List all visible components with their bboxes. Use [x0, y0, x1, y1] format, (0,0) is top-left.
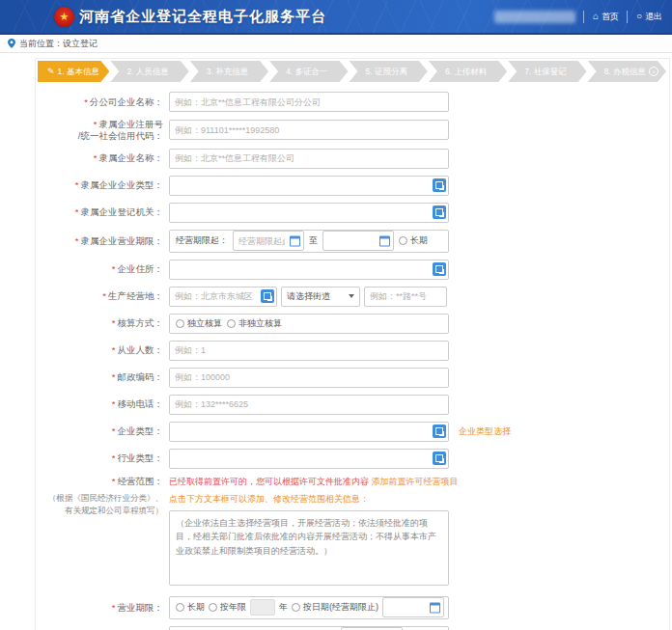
calendar-icon[interactable]	[430, 602, 440, 613]
years-input[interactable]	[250, 599, 275, 616]
business-place-label: 生产经营地：	[108, 290, 163, 301]
step-tab-6-upload-materials[interactable]: 6. 上传材料	[429, 61, 507, 82]
accounting-label: 核算方式：	[118, 317, 164, 328]
business-term-label: 营业期限：	[118, 602, 164, 613]
field-industry-type: *行业类型：	[42, 449, 663, 469]
step-tab-1-basic-info[interactable]: ✎1. 基本信息	[38, 61, 109, 82]
field-employees: *从业人数：	[42, 341, 663, 361]
employees-input[interactable]	[169, 341, 449, 361]
field-parent-authority: *隶属企业登记机关：	[42, 203, 663, 223]
radio-circle-icon	[176, 603, 184, 612]
step-nav: ✎1. 基本信息 2. 人员信息 3. 补充信息 4. 多证合一 5. 证照分离…	[38, 61, 667, 82]
step-tab-5-cert-separation[interactable]: 5. 证照分离	[350, 61, 428, 82]
picker-dialog-icon[interactable]	[433, 178, 446, 192]
home-link[interactable]: ⌂首页	[583, 11, 619, 23]
logout-link-label: 退出	[645, 11, 662, 23]
radio-parent-term-long[interactable]: 长期	[399, 234, 428, 247]
industry-type-input[interactable]	[169, 449, 449, 469]
picker-dialog-icon[interactable]	[433, 205, 446, 219]
street-select[interactable]: 请选择街道	[281, 287, 360, 307]
basic-info-form: *分公司企业名称： *隶属企业注册号/统一社会信用代码： *隶属企业名称： *隶…	[38, 92, 667, 630]
breadcrumb-label: 当前位置：设立登记	[19, 38, 98, 50]
step-tab-2-personnel-info[interactable]: 2. 人员信息	[110, 61, 188, 82]
radio-term-long[interactable]: 长期	[176, 601, 205, 614]
home-link-label: 首页	[602, 11, 619, 23]
business-term-group: 长期 按年限 年 按日期(经营期限止)	[169, 596, 449, 619]
radio-term-by-date[interactable]: 按日期(经营期限止)	[292, 601, 378, 614]
field-address: *企业住所：	[42, 260, 663, 280]
address-input[interactable]	[169, 260, 449, 280]
business-scope-textarea[interactable]: （企业依法自主选择经营项目，开展经营活动；依法须经批准的项目，经相关部门批准后依…	[169, 510, 449, 586]
mobile-label: 移动电话：	[118, 398, 164, 409]
field-business-scope: *经营范围： （根据《国民经济行业分类》、有关规定和公司章程填写） 已经取得前置…	[42, 476, 663, 589]
field-business-place: *生产经营地： 请选择街道	[42, 287, 663, 307]
paper-license-group: 是 否 * 申请执照副本数量（个）：	[169, 626, 449, 630]
radio-non-independent-accounting[interactable]: 非独立核算	[227, 317, 282, 330]
picker-dialog-icon[interactable]	[433, 425, 446, 438]
home-icon: ⌂	[593, 12, 599, 21]
company-type-select-link[interactable]: 企业类型选择	[459, 425, 511, 438]
radio-circle-icon	[399, 236, 407, 245]
mobile-input[interactable]	[169, 395, 449, 415]
parent-name-input[interactable]	[169, 149, 449, 169]
step-tab-7-social-security[interactable]: 7. 社保登记	[508, 61, 586, 82]
branch-name-input[interactable]	[169, 92, 449, 112]
parent-code-label-line2: /统一社会信用代码：	[78, 130, 163, 141]
picker-dialog-icon[interactable]	[433, 452, 446, 465]
breadcrumb: 当前位置：设立登记	[0, 35, 672, 53]
parent-type-label: 隶属企业企业类型：	[81, 179, 164, 190]
postcode-input[interactable]	[169, 368, 449, 388]
field-company-type: *企业类型： 企业类型选择	[42, 422, 663, 442]
company-type-label: 企业类型：	[118, 425, 164, 436]
company-type-input[interactable]	[169, 422, 449, 442]
accounting-group: 独立核算 非独立核算	[169, 314, 449, 334]
user-name-redacted	[494, 11, 575, 23]
field-parent-term: *隶属企业营业期限： 经营期限起： 至 长期	[42, 230, 663, 253]
field-postcode: *邮政编码：	[42, 368, 663, 388]
national-emblem-logo	[54, 7, 74, 27]
field-accounting: *核算方式： 独立核算 非独立核算	[42, 314, 663, 334]
postcode-label: 邮政编码：	[118, 371, 164, 382]
radio-circle-icon	[227, 319, 236, 328]
calendar-icon[interactable]	[379, 235, 390, 246]
industry-type-label: 行业类型：	[118, 452, 164, 463]
radio-term-by-years[interactable]: 按年限	[209, 601, 246, 614]
add-prelicense-items-link[interactable]: 添加前置许可经营项目	[372, 477, 459, 486]
field-branch-name: *分公司企业名称：	[42, 92, 663, 112]
field-parent-type: *隶属企业企业类型：	[42, 176, 663, 196]
parent-type-input[interactable]	[169, 176, 449, 196]
page-title: 河南省企业登记全程电子化服务平台	[79, 8, 326, 26]
parent-code-input[interactable]	[169, 120, 449, 140]
form-panel: ✎1. 基本信息 2. 人员信息 3. 补充信息 4. 多证合一 5. 证照分离…	[35, 58, 670, 630]
app-header: 河南省企业登记全程电子化服务平台 ⌂首页 ○退出	[0, 0, 672, 35]
term-start-label: 经营期限起：	[176, 234, 228, 247]
field-parent-code: *隶属企业注册号/统一社会信用代码：	[42, 119, 663, 142]
step-tab-4-multi-cert[interactable]: 4. 多证合一	[269, 61, 348, 82]
picker-dialog-icon[interactable]	[433, 262, 446, 276]
field-parent-name: *隶属企业名称：	[42, 149, 663, 169]
logout-link[interactable]: ○退出	[627, 11, 662, 23]
parent-authority-label: 隶属企业登记机关：	[81, 206, 164, 217]
employees-label: 从业人数：	[118, 344, 164, 355]
step-tab-3-supplement-info[interactable]: 3. 补充信息	[190, 61, 268, 82]
calendar-icon[interactable]	[290, 235, 300, 246]
step-tab-8-tax-info[interactable]: 8. 办税信息›	[588, 61, 666, 82]
address-label: 企业住所：	[118, 263, 164, 274]
location-pin-icon	[8, 39, 15, 48]
radio-circle-icon	[292, 603, 300, 612]
logout-icon: ○	[636, 12, 642, 21]
scope-hint-orange: 点击下方文本框可以添加、修改经营范围相关信息：	[169, 493, 459, 506]
parent-name-label: 隶属企业名称：	[99, 152, 164, 163]
picker-dialog-icon[interactable]	[261, 289, 274, 303]
business-scope-label: 经营范围：	[118, 476, 164, 486]
detail-address-input[interactable]	[364, 287, 447, 307]
parent-authority-input[interactable]	[169, 203, 449, 223]
field-paper-license: 是否需要纸质营业执照： 是 否 * 申请执照副本数量（个）：	[42, 626, 663, 630]
business-scope-note: （根据《国民经济行业分类》、有关规定和公司章程填写）	[42, 492, 163, 517]
years-suffix-label: 年	[279, 601, 288, 614]
radio-circle-icon	[176, 319, 184, 328]
radio-circle-icon	[209, 603, 217, 612]
field-business-term: *营业期限： 长期 按年限 年 按日期(经营期限止)	[42, 596, 663, 619]
chevron-right-circle-icon: ›	[649, 67, 658, 76]
radio-independent-accounting[interactable]: 独立核算	[176, 317, 222, 330]
